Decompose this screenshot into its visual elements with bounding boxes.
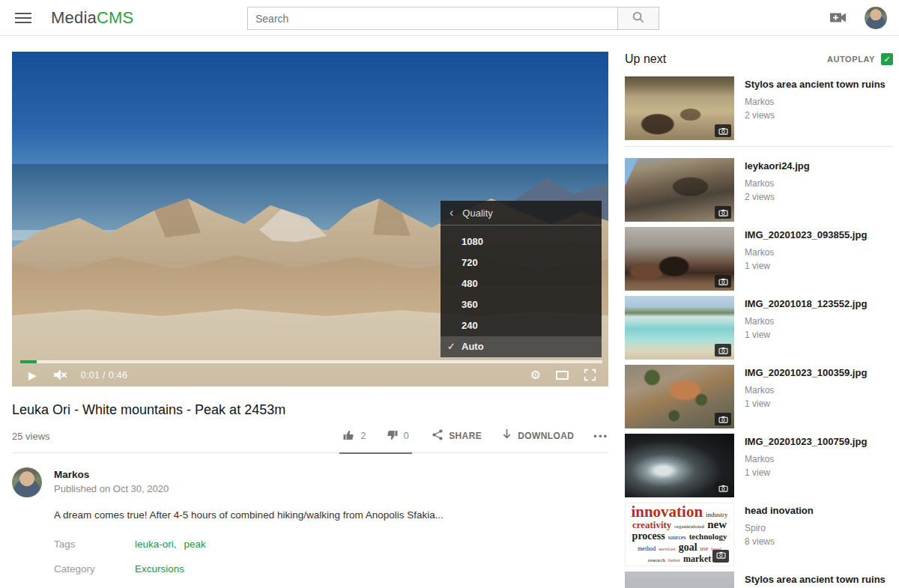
item-title: IMG_20201023_100359.jpg <box>745 367 867 378</box>
up-next-sidebar: Up next AUTOPLAY ✓ Stylos area ancient t… <box>625 52 893 588</box>
thumbnail <box>625 434 734 497</box>
menu-icon[interactable] <box>15 10 31 26</box>
thumbnail <box>625 227 734 291</box>
player-controls: ▶ 0:01 / 0:46 ⚙ <box>12 363 608 387</box>
video-meta-row: 25 views 2 0 SHARE <box>12 428 608 453</box>
item-title: IMG_20201023_093855.jpg <box>745 229 867 240</box>
camera-badge-icon <box>715 124 731 137</box>
item-title: Stylos area ancient town ruins <box>745 79 886 90</box>
settings-gear-icon[interactable]: ⚙ <box>530 369 541 381</box>
quality-option-720[interactable]: 720 <box>441 252 602 273</box>
item-views: 2 views <box>745 192 810 202</box>
list-item[interactable]: IMG_20201023_100759.jpgMarkos1 view <box>625 434 893 497</box>
user-avatar[interactable] <box>865 7 887 29</box>
more-options-icon[interactable]: ••• <box>593 431 608 442</box>
logo-cms: CMS <box>97 8 134 27</box>
tag-link-peak[interactable]: peak <box>184 539 206 550</box>
quality-menu-back[interactable]: ‹ Quality <box>441 201 602 225</box>
word: research <box>648 558 665 563</box>
item-author: Markos <box>745 385 867 395</box>
word: new <box>707 520 727 530</box>
like-count: 2 <box>360 431 366 441</box>
media-metadata: Tags leuka-ori, peak Category Excursions <box>54 539 608 575</box>
item-views: 2 views <box>745 110 886 121</box>
search-input[interactable] <box>247 7 618 30</box>
quality-option-360[interactable]: 360 <box>441 294 602 315</box>
camera-badge-icon <box>715 413 731 425</box>
fullscreen-icon[interactable] <box>584 369 596 381</box>
word: goal <box>679 543 697 553</box>
item-views: 1 view <box>745 398 867 409</box>
video-title: Leuka Ori - White mountains - Peak at 24… <box>12 402 608 418</box>
item-views: 1 view <box>745 261 867 271</box>
like-button[interactable]: 2 <box>342 429 366 443</box>
author-avatar[interactable] <box>12 467 42 497</box>
item-title: leykaori24.jpg <box>745 160 810 172</box>
item-author: Markos <box>745 316 867 327</box>
list-item[interactable]: IMG_20201023_100359.jpgMarkos1 view <box>625 365 893 428</box>
item-author: Spiro <box>745 523 814 533</box>
theater-mode-icon[interactable] <box>556 371 569 380</box>
published-date: Published on Oct 30, 2020 <box>54 483 169 494</box>
list-item[interactable]: leykaori24.jpgMarkos2 views <box>625 158 893 222</box>
thumbs-down-icon <box>386 429 399 443</box>
thumbnail <box>625 296 734 360</box>
camera-badge-icon <box>712 550 729 563</box>
quality-options: 1080 720 480 360 240 ✓ Auto <box>441 225 602 357</box>
download-icon <box>501 428 512 443</box>
list-item[interactable]: IMG_20201023_093855.jpgMarkos1 view <box>625 227 893 291</box>
word: method <box>638 546 656 551</box>
item-title: Stylos area ancient town ruins <box>745 574 886 585</box>
word: market <box>683 555 711 563</box>
quality-option-480[interactable]: 480 <box>441 273 602 294</box>
up-next-heading: Up next <box>625 52 666 66</box>
top-bar: MediaCMS <box>0 0 899 36</box>
quality-menu-title: Quality <box>462 207 492 219</box>
item-author: Markos <box>745 247 867 258</box>
check-icon: ✓ <box>883 55 890 64</box>
search-bar <box>247 7 659 30</box>
quality-option-auto[interactable]: ✓ Auto <box>441 336 602 357</box>
word: sources <box>668 535 686 540</box>
thumbnail <box>625 365 734 428</box>
list-item[interactable]: Stylos area ancient town ruinsMarkos2 vi… <box>625 76 893 140</box>
dislike-button[interactable]: 0 <box>386 429 409 443</box>
camera-badge-icon <box>715 206 731 219</box>
quality-menu: ‹ Quality 1080 720 480 360 240 ✓ Auto <box>441 201 602 357</box>
divider <box>625 146 893 147</box>
mute-icon[interactable] <box>53 369 67 381</box>
main-column: ‹ Quality 1080 720 480 360 240 ✓ Auto <box>12 52 608 588</box>
header-actions <box>830 7 887 29</box>
thumbs-up-icon <box>342 429 355 443</box>
quality-option-240[interactable]: 240 <box>441 315 602 336</box>
play-button[interactable]: ▶ <box>28 369 37 381</box>
item-views: 8 views <box>745 536 814 547</box>
word: better <box>668 558 680 563</box>
logo[interactable]: MediaCMS <box>51 8 133 28</box>
rating-group: 2 0 <box>339 429 412 443</box>
word: innovation <box>631 505 703 519</box>
list-item[interactable]: IMG_20201018_123552.jpgMarkos1 view <box>625 296 893 360</box>
search-button[interactable] <box>618 7 659 30</box>
autoplay-checkbox[interactable]: ✓ <box>881 53 893 65</box>
share-button[interactable]: SHARE <box>432 428 482 443</box>
category-link[interactable]: Excursions <box>135 563 184 575</box>
time-display: 0:01 / 0:46 <box>81 370 127 381</box>
tags-label: Tags <box>54 539 135 550</box>
list-item[interactable]: Stylos area ancient town ruins <box>625 572 893 588</box>
category-label: Category <box>54 563 135 575</box>
thumbnail <box>625 76 734 140</box>
author-name[interactable]: Markos <box>54 469 169 480</box>
download-button[interactable]: DOWNLOAD <box>501 428 574 443</box>
word: creativity <box>632 521 671 530</box>
word: use <box>700 546 709 551</box>
list-item[interactable]: innovationindustrycreativityorganization… <box>625 503 893 566</box>
check-icon: ✓ <box>447 336 455 357</box>
upload-media-icon[interactable] <box>830 12 847 23</box>
item-views: 1 view <box>745 330 867 340</box>
video-player[interactable]: ‹ Quality 1080 720 480 360 240 ✓ Auto <box>12 52 608 387</box>
word: industry <box>706 512 728 518</box>
item-title: IMG_20201018_123552.jpg <box>745 298 867 309</box>
tag-link-leuka-ori[interactable]: leuka-ori, <box>135 539 177 550</box>
quality-option-1080[interactable]: 1080 <box>441 231 602 252</box>
